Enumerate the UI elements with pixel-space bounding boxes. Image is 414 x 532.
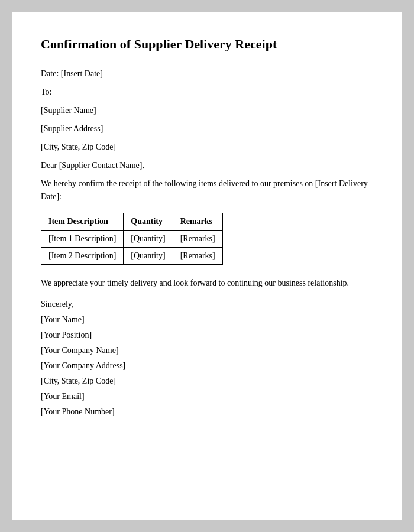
to-label: To: xyxy=(41,86,373,98)
dear-line: Dear [Supplier Contact Name], xyxy=(41,159,373,171)
document-container: Confirmation of Supplier Delivery Receip… xyxy=(12,12,402,520)
header-item-description: Item Description xyxy=(41,213,124,231)
supplier-address: [Supplier Address] xyxy=(41,122,373,135)
table-row: [Item 1 Description] [Quantity] [Remarks… xyxy=(41,231,223,248)
item1-description: [Item 1 Description] xyxy=(41,231,124,248)
sincerely-label: Sincerely, xyxy=(41,300,373,309)
closing-paragraph: We appreciate your timely delivery and l… xyxy=(41,277,373,290)
your-position: [Your Position] xyxy=(41,330,373,340)
supplier-city: [City, State, Zip Code] xyxy=(41,141,373,153)
header-remarks: Remarks xyxy=(173,213,222,231)
your-city: [City, State, Zip Code] xyxy=(41,377,373,386)
items-table: Item Description Quantity Remarks [Item … xyxy=(41,213,223,265)
table-header-row: Item Description Quantity Remarks xyxy=(41,213,223,231)
item2-remarks: [Remarks] xyxy=(173,248,222,265)
item1-quantity: [Quantity] xyxy=(124,231,173,248)
your-email: [Your Email] xyxy=(41,392,373,401)
header-quantity: Quantity xyxy=(124,213,173,231)
item1-remarks: [Remarks] xyxy=(173,231,222,248)
intro-paragraph: We hereby confirm the receipt of the fol… xyxy=(41,177,373,204)
item2-quantity: [Quantity] xyxy=(124,248,173,265)
your-company-address: [Your Company Address] xyxy=(41,361,373,371)
your-company: [Your Company Name] xyxy=(41,346,373,355)
supplier-name: [Supplier Name] xyxy=(41,104,373,116)
table-row: [Item 2 Description] [Quantity] [Remarks… xyxy=(41,248,223,265)
item2-description: [Item 2 Description] xyxy=(41,248,124,265)
date-field: Date: [Insert Date] xyxy=(41,67,373,80)
document-title: Confirmation of Supplier Delivery Receip… xyxy=(41,36,373,53)
your-phone: [Your Phone Number] xyxy=(41,407,373,417)
your-name: [Your Name] xyxy=(41,315,373,325)
